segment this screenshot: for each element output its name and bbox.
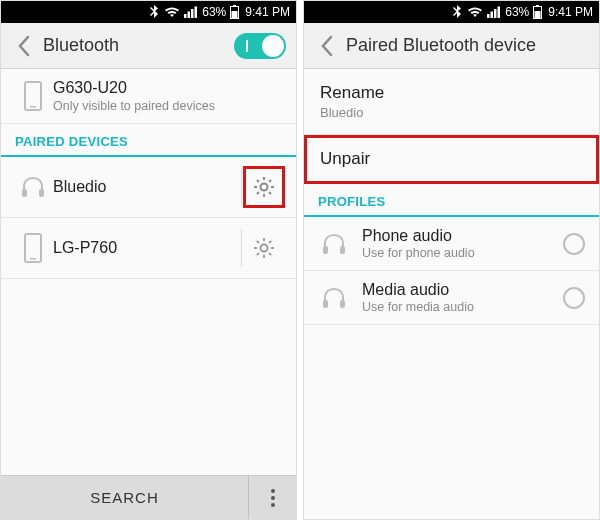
battery-icon <box>230 5 239 19</box>
paired-device-row[interactable]: LG-P760 <box>1 218 296 279</box>
signal-icon <box>487 6 501 18</box>
app-header: Bluetooth <box>1 23 296 69</box>
svg-rect-23 <box>340 246 345 254</box>
svg-rect-15 <box>487 14 490 18</box>
this-device-name: G630-U20 <box>53 79 284 97</box>
app-header: Paired Bluetooth device <box>304 23 599 69</box>
page-title: Paired Bluetooth device <box>346 35 593 56</box>
signal-icon <box>184 6 198 18</box>
svg-rect-3 <box>195 7 198 19</box>
status-bar: 63% 9:41 PM <box>1 1 296 23</box>
svg-rect-6 <box>232 11 238 18</box>
profile-row[interactable]: Phone audio Use for phone audio <box>304 217 599 271</box>
profile-sub: Use for phone audio <box>362 246 551 260</box>
wifi-icon <box>164 6 180 18</box>
battery-percent: 63% <box>202 5 226 19</box>
svg-rect-21 <box>535 11 541 18</box>
profile-radio[interactable] <box>563 287 585 309</box>
rename-label: Rename <box>320 83 583 103</box>
back-button[interactable] <box>5 23 43 69</box>
svg-rect-7 <box>25 82 41 110</box>
profile-row[interactable]: Media audio Use for media audio <box>304 271 599 325</box>
paired-devices-header: PAIRED DEVICES <box>1 124 296 157</box>
bottom-bar: SEARCH <box>1 475 296 519</box>
svg-point-14 <box>261 245 268 252</box>
phone-icon <box>13 81 53 111</box>
device-name: LG-P760 <box>53 239 239 257</box>
unpair-row[interactable]: Unpair <box>304 135 599 184</box>
paired-device-row[interactable]: Bluedio <box>1 157 296 218</box>
svg-rect-12 <box>25 234 41 262</box>
svg-rect-18 <box>498 7 501 19</box>
page-title: Bluetooth <box>43 35 234 56</box>
overflow-button[interactable] <box>248 476 296 519</box>
rename-row[interactable]: Rename Bluedio <box>304 69 599 135</box>
svg-rect-10 <box>39 189 44 197</box>
profile-title: Media audio <box>362 281 551 299</box>
device-settings-list: Rename Bluedio Unpair PROFILES Phone aud… <box>304 69 599 519</box>
paired-device-settings-screen: 63% 9:41 PM Paired Bluetooth device Rena… <box>303 0 600 520</box>
overflow-icon <box>271 489 275 507</box>
back-button[interactable] <box>308 23 346 69</box>
chevron-left-icon <box>320 35 334 57</box>
device-name: Bluedio <box>53 178 239 196</box>
search-label: SEARCH <box>90 489 159 506</box>
headphones-icon <box>318 232 350 256</box>
clock-text: 9:41 PM <box>245 5 290 19</box>
profile-title: Phone audio <box>362 227 551 245</box>
wifi-icon <box>467 6 483 18</box>
bluetooth-status-icon <box>451 5 463 19</box>
profile-radio[interactable] <box>563 233 585 255</box>
bluetooth-status-icon <box>148 5 160 19</box>
clock-text: 9:41 PM <box>548 5 593 19</box>
status-bar: 63% 9:41 PM <box>304 1 599 23</box>
svg-rect-22 <box>323 246 328 254</box>
svg-rect-1 <box>188 12 191 19</box>
headphones-icon <box>13 175 53 199</box>
gear-icon <box>252 175 276 199</box>
divider <box>241 168 242 206</box>
svg-rect-16 <box>491 12 494 19</box>
svg-rect-17 <box>494 9 497 18</box>
this-device-row[interactable]: G630-U20 Only visible to paired devices <box>1 69 296 124</box>
battery-icon <box>533 5 542 19</box>
bluetooth-settings-screen: 63% 9:41 PM Bluetooth G630-U20 Only visi… <box>0 0 297 520</box>
bluetooth-toggle[interactable] <box>234 33 286 59</box>
svg-rect-2 <box>191 9 194 18</box>
phone-icon <box>13 233 53 263</box>
device-list: G630-U20 Only visible to paired devices … <box>1 69 296 475</box>
svg-rect-24 <box>323 300 328 308</box>
this-device-hint: Only visible to paired devices <box>53 99 284 113</box>
profiles-header: PROFILES <box>304 184 599 217</box>
svg-rect-9 <box>22 189 27 197</box>
svg-rect-25 <box>340 300 345 308</box>
search-button[interactable]: SEARCH <box>1 476 248 519</box>
divider <box>241 229 242 267</box>
svg-rect-8 <box>30 106 36 108</box>
device-settings-button[interactable] <box>244 228 284 268</box>
battery-percent: 63% <box>505 5 529 19</box>
rename-value: Bluedio <box>320 105 583 120</box>
svg-point-11 <box>261 184 268 191</box>
profile-sub: Use for media audio <box>362 300 551 314</box>
headphones-icon <box>318 286 350 310</box>
unpair-label: Unpair <box>320 149 583 169</box>
svg-rect-0 <box>184 14 187 18</box>
device-settings-button[interactable] <box>244 167 284 207</box>
gear-icon <box>252 236 276 260</box>
chevron-left-icon <box>17 35 31 57</box>
svg-rect-13 <box>30 258 36 260</box>
